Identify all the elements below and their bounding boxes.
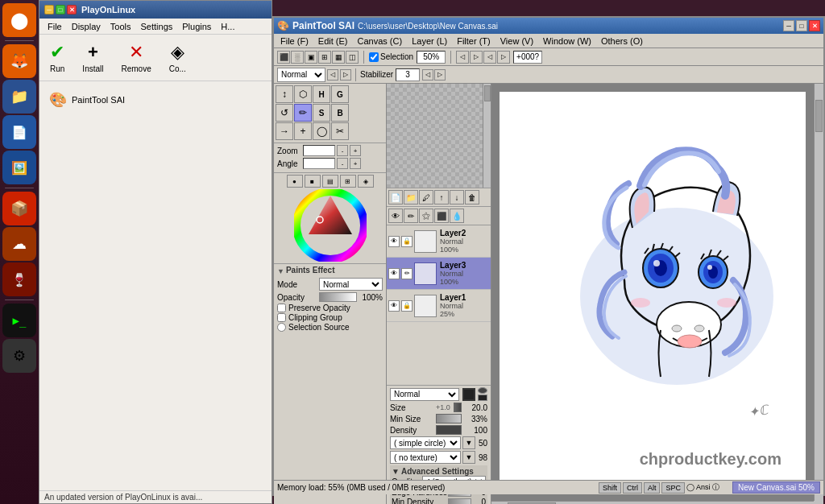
sai-tool-s[interactable]: S [313,104,330,122]
sai-minimize-button[interactable]: ─ [783,20,794,31]
sai-layer-down-btn[interactable]: ↓ [450,190,464,204]
pol-close-button[interactable]: ✕ [67,5,77,14]
ubuntuone-icon[interactable]: ☁ [2,227,36,261]
pol-maximize-button[interactable]: □ [56,5,65,14]
sai-tool-b[interactable]: B [331,104,349,122]
sai-mode-btn-2[interactable]: ░ [291,51,304,64]
wine-icon[interactable]: 🍷 [2,262,36,296]
sai-tool-eyedrop-btn[interactable]: 💧 [450,209,464,223]
sai-zoom-minus-btn[interactable]: - [337,145,348,156]
sai-menu-file[interactable]: File (F) [276,35,313,47]
sai-menu-canvas[interactable]: Canvas (C) [353,35,408,47]
pol-minimize-button[interactable]: ─ [44,5,54,14]
pol-app-painttool-sai[interactable]: 🎨 PaintTool SAI [46,88,265,112]
sai-tool-g[interactable]: G [331,85,349,103]
sai-stab-prev-btn[interactable]: ◁ [422,69,433,81]
sai-normal-prev-btn[interactable]: ◁ [327,69,338,81]
sai-small-btn-4[interactable]: ▷ [497,51,510,64]
sai-layer2-vis[interactable]: 👁 [388,236,400,247]
sai-brush-shape-circle[interactable] [478,387,487,394]
sai-layer-2[interactable]: 👁 🔒 Layer2 Normal 100% [387,225,491,258]
sai-tool-move[interactable]: ⬡ [294,85,312,103]
sai-selection-value[interactable] [417,51,446,64]
sai-maximize-button[interactable]: □ [796,20,807,31]
sai-minsize-slider[interactable] [436,414,462,423]
sai-texture-expand-btn[interactable]: ▼ [462,451,475,464]
sai-close-button[interactable]: ✕ [809,20,820,31]
sai-tool-eye-btn[interactable]: 👁 [388,209,403,223]
sai-layer-linework-btn[interactable]: 🖊 [419,190,433,204]
sai-layer-1[interactable]: 👁 🔒 Layer1 Normal 25% [387,290,491,322]
sai-angle-minus-btn[interactable]: - [337,158,348,169]
sai-color-palette-btn[interactable]: ▤ [322,175,338,188]
sai-brush-texture-select[interactable]: ( no texture) [390,451,461,464]
sai-angle-plus-btn[interactable]: + [350,158,361,169]
pol-menu-settings[interactable]: Settings [136,20,178,33]
sai-opacity-slider[interactable] [319,292,357,302]
sai-tool-rotate[interactable]: ↺ [276,104,293,122]
sai-canvas-content[interactable]: ✦ℂ chproductkey.com [500,92,806,493]
system-settings-icon[interactable]: ⚙ [2,339,36,373]
pol-menu-tools[interactable]: Tools [106,20,136,33]
sai-mode-btn-4[interactable]: ⊞ [318,51,331,64]
sai-brush-shape-select[interactable]: ( simple circle) [390,436,461,449]
pol-menu-display[interactable]: Display [67,20,106,33]
sai-advanced-title[interactable]: ▼ Advanced Settings [392,467,486,476]
pol-other-button[interactable]: ◈ Co... [162,38,193,77]
pol-menu-help[interactable]: H... [216,20,239,33]
sai-layer1-lock[interactable]: 🔒 [401,300,412,312]
sai-density-slider[interactable] [436,425,462,435]
ubuntu-logo-icon[interactable]: ⬤ [2,3,36,37]
sai-layer-delete-btn[interactable]: 🗑 [465,190,479,204]
sai-layer2-lock[interactable]: 🔒 [401,236,412,247]
sai-tool-arrow[interactable]: → [276,122,293,140]
sai-color-rgb-btn[interactable]: ■ [305,175,321,188]
pol-menu-file[interactable]: File [43,20,67,33]
pol-remove-button[interactable]: ✕ Remove [114,38,158,77]
sai-vertical-scrollbar[interactable] [814,84,823,501]
sai-menu-layer[interactable]: Layer (L) [407,35,452,47]
sai-zoom-plus-btn[interactable]: + [350,145,361,156]
sai-layer1-vis[interactable]: 👁 [388,300,400,312]
sai-tool-fill-btn[interactable]: ⬛ [434,209,449,223]
sai-tool-pen[interactable]: ✏ [294,104,312,122]
sai-menu-window[interactable]: Window (W) [538,35,596,47]
sai-tool-cut[interactable]: ✂ [331,122,349,140]
sai-key-spc[interactable]: SPC [661,482,685,494]
sai-paints-collapse-icon[interactable]: ▼ [277,267,284,275]
software-icon[interactable]: 📦 [2,192,36,225]
sai-mode-btn-5[interactable]: ▦ [332,51,345,64]
sai-layer-3[interactable]: 👁 ✏ Layer3 Normal 100% [387,258,491,290]
sai-color-hsv-btn[interactable]: ● [287,175,303,188]
pol-run-button[interactable]: ✔ Run [43,38,72,77]
sai-preview-scroll-thumb[interactable] [484,85,491,101]
sai-vertical-scroll-thumb[interactable] [815,100,823,132]
sai-layer3-vis[interactable]: 👁 [388,268,400,279]
sai-small-btn-3[interactable]: ◁ [483,51,496,64]
sai-menu-view[interactable]: View (V) [495,35,538,47]
sai-tool-circle[interactable]: ◯ [313,122,330,140]
pol-menu-plugins[interactable]: Plugins [177,20,216,33]
sai-foreground-color[interactable] [462,388,475,401]
sai-selection-source-radio[interactable] [277,323,286,332]
sai-layer-new-btn[interactable]: 📄 [388,190,403,204]
sai-tool-zoom[interactable]: + [294,122,312,140]
sai-angle-input2[interactable]: +0005 [303,158,335,169]
sai-preview-scrollbar[interactable] [483,84,491,188]
sai-layer3-lock[interactable]: ✏ [401,268,412,279]
sai-layer-folder-btn[interactable]: 📁 [404,190,418,204]
sai-menu-others[interactable]: Others (O) [596,35,648,47]
sai-tool-pen2-btn[interactable]: ✏ [404,209,418,223]
sai-normal-next-btn[interactable]: ▷ [340,69,351,81]
pol-install-button[interactable]: + Install [75,38,110,77]
sai-small-btn-1[interactable]: ◁ [456,51,469,64]
sai-mode-btn-1[interactable]: ⬛ [277,51,290,64]
sai-brush-mode-select[interactable]: Normal [390,388,459,401]
photos-icon[interactable]: 🖼️ [2,151,36,184]
sai-zoom-input[interactable]: 50.0% [303,145,335,156]
sai-key-alt[interactable]: Alt [644,482,661,494]
sai-tool-select[interactable]: ↕ [276,85,293,103]
documents-icon[interactable]: 📄 [2,115,36,149]
sai-clipping-group-checkbox[interactable] [277,313,286,322]
sai-stabilizer-input[interactable] [396,68,420,81]
